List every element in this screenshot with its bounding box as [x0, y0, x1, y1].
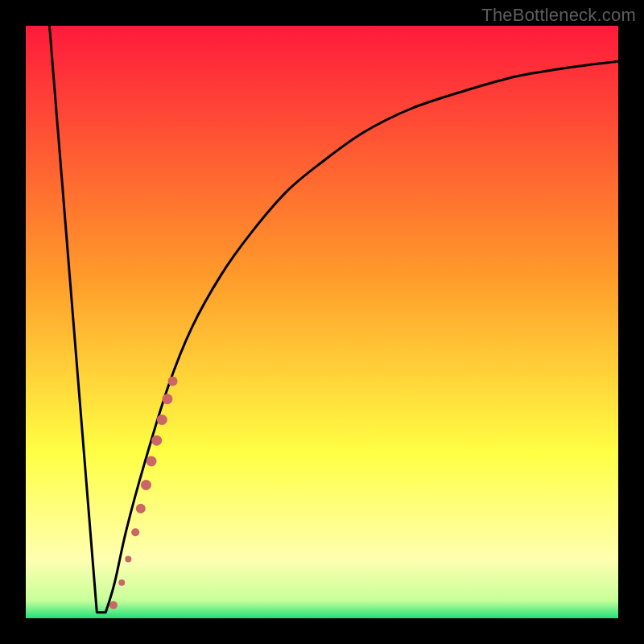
- marker-point: [157, 415, 167, 425]
- marker-point: [141, 480, 151, 490]
- chart-frame: [26, 26, 618, 618]
- marker-point: [118, 580, 125, 586]
- marker-point: [136, 504, 146, 514]
- marker-point: [109, 601, 118, 609]
- chart-svg: [26, 26, 618, 618]
- marker-point: [162, 394, 172, 404]
- marker-point: [147, 456, 157, 466]
- attribution-text: TheBottleneck.com: [481, 5, 636, 26]
- marker-point: [131, 528, 139, 536]
- marker-point: [151, 436, 162, 446]
- gradient-background: [26, 26, 618, 618]
- marker-point: [125, 555, 131, 562]
- marker-point: [168, 377, 178, 386]
